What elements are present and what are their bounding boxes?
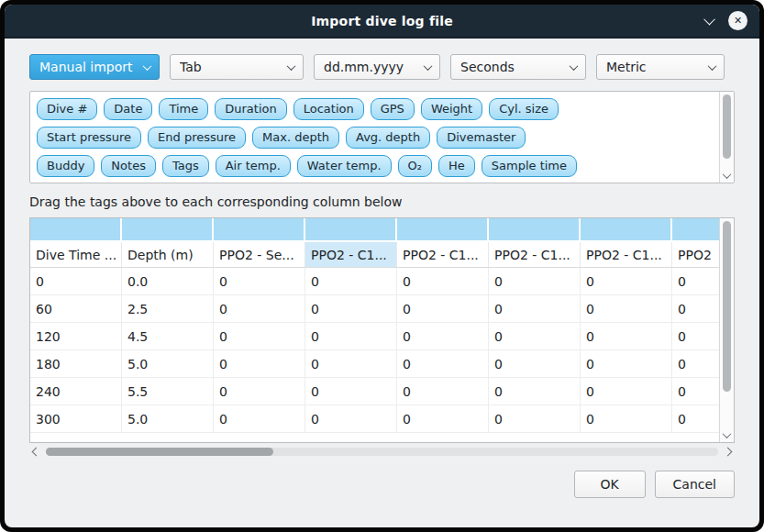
table-cell: 0 bbox=[581, 268, 672, 295]
scroll-down-icon[interactable] bbox=[723, 429, 732, 438]
table-cell: 0 bbox=[672, 405, 719, 433]
tag-pill[interactable]: Max. depth bbox=[252, 127, 339, 149]
table-row: 2405.5000000 bbox=[30, 378, 719, 405]
tag-pill[interactable]: Date bbox=[104, 98, 152, 120]
table-inner: Dive Time ...Depth (m)PPO2 - Se...PPO2 -… bbox=[30, 218, 719, 433]
table-cell: 5.0 bbox=[122, 405, 214, 433]
tag-pill[interactable]: Air temp. bbox=[216, 155, 291, 177]
column-header[interactable]: PPO2 bbox=[672, 242, 719, 267]
column-header[interactable]: PPO2 - C1... bbox=[581, 242, 672, 267]
tag-pill[interactable]: Avg. depth bbox=[346, 127, 430, 149]
scroll-right-icon[interactable] bbox=[724, 448, 733, 457]
ok-button[interactable]: OK bbox=[574, 471, 646, 498]
table-row: 1204.5000000 bbox=[30, 323, 719, 350]
table-cell: 0 bbox=[305, 268, 397, 295]
combo-duration-format-value: Seconds bbox=[460, 60, 515, 74]
tag-pill[interactable]: Buddy bbox=[37, 155, 94, 177]
combo-units[interactable]: Metric bbox=[596, 54, 725, 80]
column-header[interactable]: Dive Time ... bbox=[30, 242, 122, 267]
scroll-left-icon[interactable] bbox=[32, 448, 41, 457]
scrollbar-thumb[interactable] bbox=[46, 448, 273, 456]
table-cell: 0 bbox=[672, 350, 719, 378]
combo-date-format[interactable]: dd.mm.yyyy bbox=[314, 54, 440, 80]
tag-pill[interactable]: Tags bbox=[162, 155, 209, 177]
column-header[interactable]: PPO2 - Se... bbox=[214, 242, 305, 267]
chevron-down-icon bbox=[287, 61, 296, 71]
chevron-down-icon bbox=[570, 61, 579, 71]
table-row: 00.0000000 bbox=[30, 268, 719, 295]
tag-pill[interactable]: O₂ bbox=[398, 155, 432, 177]
table-cell: 4.5 bbox=[122, 323, 214, 350]
drop-target-cell[interactable] bbox=[581, 218, 672, 240]
table-cell: 60 bbox=[30, 295, 122, 323]
table-cell: 0 bbox=[397, 268, 489, 295]
table-cell: 0 bbox=[30, 268, 122, 295]
close-icon: ✕ bbox=[734, 15, 742, 27]
column-header[interactable]: Depth (m) bbox=[122, 242, 214, 267]
drop-target-cell[interactable] bbox=[30, 218, 122, 240]
table-cell: 0 bbox=[305, 378, 397, 405]
table-cell: 0 bbox=[214, 295, 305, 323]
tag-pill[interactable]: Notes bbox=[101, 155, 156, 177]
scrollbar-thumb[interactable] bbox=[723, 94, 731, 159]
combo-date-format-value: dd.mm.yyyy bbox=[324, 60, 404, 74]
chevron-down-icon bbox=[424, 61, 433, 71]
combo-import-mode[interactable]: Manual import bbox=[29, 54, 160, 80]
scrollbar-thumb[interactable] bbox=[723, 221, 731, 392]
table-cell: 0 bbox=[397, 405, 489, 433]
chevron-down-icon[interactable] bbox=[703, 14, 715, 26]
tag-pill[interactable]: Time bbox=[159, 98, 208, 120]
drop-target-cell[interactable] bbox=[305, 218, 397, 240]
titlebar[interactable]: Import dive log file ✕ bbox=[5, 5, 759, 39]
tag-pill[interactable]: Water temp. bbox=[297, 155, 392, 177]
drop-target-cell[interactable] bbox=[214, 218, 305, 240]
drop-target-cell[interactable] bbox=[397, 218, 489, 240]
drop-target-cell[interactable] bbox=[489, 218, 581, 240]
scrollbar-track[interactable] bbox=[46, 448, 718, 456]
table-vertical-scrollbar[interactable] bbox=[719, 218, 734, 442]
table-horizontal-scrollbar[interactable] bbox=[29, 445, 735, 459]
table-cell: 120 bbox=[30, 323, 122, 350]
combo-units-value: Metric bbox=[606, 60, 647, 74]
table-cell: 0 bbox=[581, 405, 672, 433]
combo-duration-format[interactable]: Seconds bbox=[450, 54, 586, 80]
tag-pill[interactable]: GPS bbox=[371, 98, 415, 120]
table-cell: 0 bbox=[214, 405, 305, 433]
chevron-down-icon bbox=[708, 61, 717, 71]
tag-pill[interactable]: Dive # bbox=[37, 98, 97, 120]
column-header[interactable]: PPO2 - C1... bbox=[397, 242, 489, 267]
table-cell: 0 bbox=[489, 378, 581, 405]
table-cell: 0 bbox=[489, 350, 581, 378]
table-cell: 0 bbox=[489, 323, 581, 350]
tags-vertical-scrollbar[interactable] bbox=[719, 92, 734, 183]
table-cell: 0 bbox=[397, 295, 489, 323]
tag-row: Dive #DateTimeDurationLocationGPSWeightC… bbox=[37, 98, 712, 120]
scroll-down-icon[interactable] bbox=[723, 170, 732, 179]
close-button[interactable]: ✕ bbox=[728, 11, 747, 30]
table-cell: 240 bbox=[30, 378, 122, 405]
table-cell: 180 bbox=[30, 350, 122, 378]
table-cell: 0 bbox=[672, 323, 719, 350]
tag-pill[interactable]: Start pressure bbox=[37, 127, 141, 149]
table-cell: 300 bbox=[30, 405, 122, 433]
tag-pill[interactable]: Sample time bbox=[482, 155, 577, 177]
column-header[interactable]: PPO2 - C1... bbox=[489, 242, 581, 267]
tag-pill[interactable]: Divemaster bbox=[437, 127, 526, 149]
table-cell: 0 bbox=[397, 350, 489, 378]
table-cell: 0 bbox=[397, 323, 489, 350]
combo-field-separator[interactable]: Tab bbox=[170, 54, 304, 80]
table-cell: 0 bbox=[672, 378, 719, 405]
table-cell: 0 bbox=[214, 323, 305, 350]
table-cell: 0 bbox=[581, 323, 672, 350]
tag-pill[interactable]: Cyl. size bbox=[489, 98, 559, 120]
drop-target-cell[interactable] bbox=[672, 218, 719, 240]
column-header[interactable]: PPO2 - C1... bbox=[305, 242, 397, 267]
cancel-button[interactable]: Cancel bbox=[655, 471, 735, 498]
tag-pill[interactable]: Location bbox=[293, 98, 364, 120]
table-cell: 0 bbox=[305, 295, 397, 323]
tag-pill[interactable]: Weight bbox=[421, 98, 482, 120]
tag-pill[interactable]: Duration bbox=[215, 98, 286, 120]
tag-pill[interactable]: He bbox=[438, 155, 475, 177]
drop-target-cell[interactable] bbox=[122, 218, 214, 240]
tag-pill[interactable]: End pressure bbox=[148, 127, 246, 149]
